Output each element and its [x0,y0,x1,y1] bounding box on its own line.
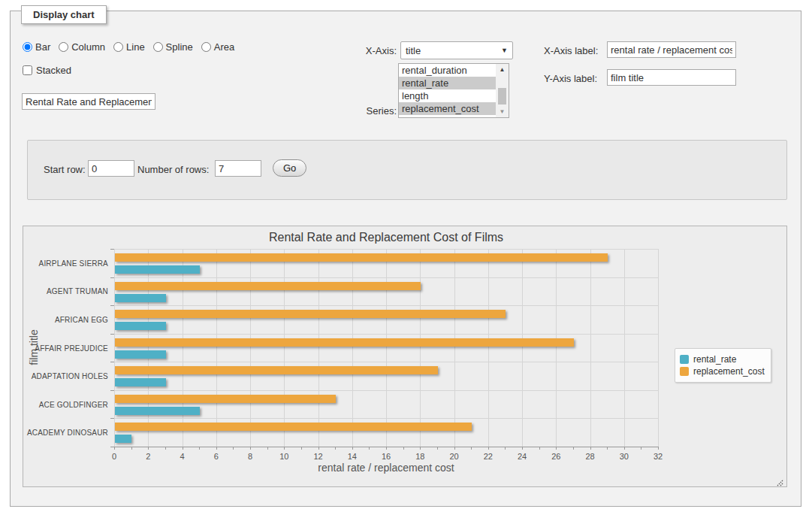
gridline-x [590,249,591,447]
category-label: AFFAIR PREJUDICE [23,344,108,352]
y-tick [110,390,114,391]
gridline-y [114,390,658,391]
chart-type-option-area[interactable]: Area [201,41,234,53]
x-tick-label: 6 [214,452,219,461]
x-tick-label: 4 [180,452,184,461]
series-option-rental_duration[interactable]: rental_duration [399,64,496,77]
gridline-y [114,334,658,335]
series-option-replacement_cost[interactable]: replacement_cost [399,102,496,115]
x-tick-label: 28 [585,452,594,461]
stacked-label: Stacked [36,65,71,76]
gridline-x [114,249,115,447]
x-tick-label: 12 [313,452,322,461]
legend-swatch-icon [680,367,689,376]
chart-type-radio-spline[interactable] [153,42,163,52]
series-options: rental_durationrental_ratelengthreplacem… [399,64,496,117]
chart-title: Rental Rate and Replacement Cost of Film… [114,231,658,244]
y-tick [110,418,114,419]
series-option-rental_rate[interactable]: rental_rate [399,77,496,89]
category-label: ADAPTATION HOLES [23,372,108,380]
x-tick-label: 16 [382,452,391,461]
chart-type-option-column[interactable]: Column [59,41,105,53]
bar-replacement_cost [115,282,421,290]
chart-type-radio-group: BarColumnLineSplineArea [23,41,243,53]
x-tick-label: 14 [348,452,357,461]
series-scrollbar[interactable]: ▲ ▼ [496,64,509,117]
gridline-x [488,249,489,447]
start-row-input[interactable] [88,160,134,177]
gridline-x [386,249,387,447]
series-listbox[interactable]: rental_durationrental_ratelengthreplacem… [398,63,509,118]
stacked-option[interactable]: Stacked [23,65,71,76]
gridline-x [522,249,523,447]
gridline-x [216,249,217,447]
gridline-x [658,249,659,447]
chart-title-input[interactable] [22,93,155,110]
start-row-label: Start row: [44,164,86,175]
x-tick-label: 2 [146,452,150,461]
gridline-y [114,249,658,250]
bar-replacement_cost [115,338,574,347]
chart-type-option-spline[interactable]: Spline [153,41,193,53]
x-axis-line [110,447,658,447]
stacked-checkbox[interactable] [23,65,32,75]
fieldset-title: Display chart [21,5,107,24]
chart-type-radio-line[interactable] [113,42,123,52]
gridline-x [454,249,455,447]
x-tick-label: 0 [112,452,116,461]
bar-replacement_cost [115,395,336,403]
legend-item-rental_rate[interactable]: rental_rate [680,354,765,365]
yaxis-label-label: Y-Axis label: [544,73,597,84]
num-rows-input[interactable] [215,160,261,177]
category-label: AGENT TRUMAN [23,287,108,295]
gridline-y [114,418,658,419]
bar-replacement_cost [115,310,506,318]
x-tick-label: 24 [518,452,527,461]
chart-type-option-bar[interactable]: Bar [23,41,50,53]
chart-type-option-line[interactable]: Line [113,41,145,53]
xaxis-selected-value: title [406,45,501,56]
y-tick [110,305,114,306]
num-rows-label: Number of rows: [137,164,209,175]
x-tick-label: 32 [654,452,663,461]
bar-rental_rate [115,322,166,330]
scrollbar-thumb[interactable] [498,88,506,105]
y-tick [110,362,114,362]
bar-rental_rate [115,265,200,274]
resize-handle-icon[interactable] [776,476,784,484]
x-tick-label: 8 [248,452,252,461]
y-tick [110,334,114,335]
chart-type-radio-bar[interactable] [23,42,32,52]
chart-type-label: Bar [35,41,50,53]
chart-type-radio-area[interactable] [201,42,211,52]
bar-replacement_cost [115,423,472,431]
x-axis-title: rental rate / replacement cost [114,462,658,474]
y-tick [110,249,114,250]
chart-type-radio-column[interactable] [59,42,68,52]
x-tick-label: 10 [279,452,288,461]
category-label: ACADEMY DINOSAUR [23,429,108,437]
gridline-x [352,249,353,447]
xaxis-label-input[interactable] [607,41,736,58]
series-option-length[interactable]: length [399,89,496,102]
series-select-label: Series: [331,105,397,117]
yaxis-label-input[interactable] [607,69,736,86]
gridline-x [420,249,421,447]
legend-item-replacement_cost[interactable]: replacement_cost [680,366,765,377]
chart-type-label: Area [214,41,234,53]
chart-type-label: Spline [166,41,193,53]
category-label: AFRICAN EGG [23,315,108,323]
x-tick-label: 20 [449,452,458,461]
gridline-x [250,249,251,447]
gridline-x [284,249,285,447]
x-tick-label: 30 [620,452,629,461]
scroll-down-icon[interactable]: ▼ [496,106,509,117]
row-range-panel: Start row: Number of rows: Go [27,140,787,200]
gridline-x [318,249,319,447]
x-tick-label: 18 [415,452,424,461]
xaxis-select[interactable]: title ▼ [400,41,513,59]
x-tick [658,447,659,450]
scroll-up-icon[interactable]: ▲ [496,64,509,75]
gridline-x [624,249,625,447]
go-button[interactable]: Go [273,159,306,177]
